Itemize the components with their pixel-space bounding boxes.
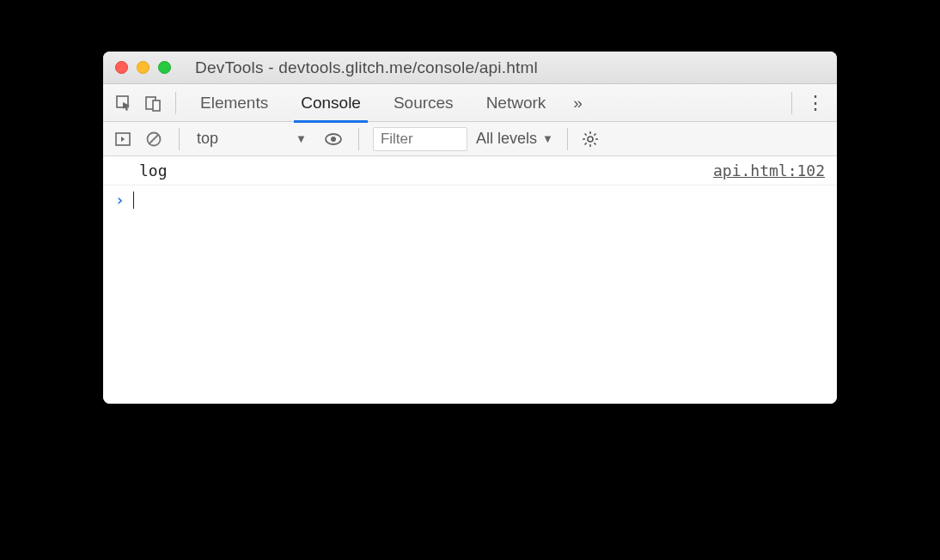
tabbar-divider: [791, 92, 792, 114]
toolbar-divider: [179, 128, 180, 150]
devtools-window: DevTools - devtools.glitch.me/console/ap…: [103, 52, 837, 404]
svg-line-5: [150, 135, 158, 143]
dropdown-triangle-icon: ▼: [542, 132, 553, 145]
console-prompt[interactable]: ›: [103, 186, 837, 214]
tab-console[interactable]: Console: [287, 84, 375, 122]
window-controls: [115, 61, 171, 74]
tab-sources[interactable]: Sources: [380, 84, 467, 122]
device-toolbar-icon[interactable]: [141, 91, 165, 115]
context-selector[interactable]: top ▼: [193, 130, 314, 148]
minimize-window-button[interactable]: [137, 61, 150, 74]
tab-label: Elements: [200, 94, 268, 113]
tab-label: Network: [486, 94, 546, 113]
close-window-button[interactable]: [115, 61, 128, 74]
svg-line-13: [584, 133, 586, 135]
toolbar-divider: [358, 128, 359, 150]
dropdown-triangle-icon: ▼: [296, 132, 307, 145]
console-output: log api.html:102 ›: [103, 156, 837, 404]
svg-line-14: [594, 143, 595, 144]
tab-label: Sources: [394, 94, 454, 113]
context-label: top: [197, 130, 218, 148]
live-expression-icon[interactable]: [322, 128, 345, 150]
log-message: log: [139, 161, 168, 180]
panel-tabbar: Elements Console Sources Network » ⋮: [103, 84, 837, 122]
chevron-right-icon: »: [573, 94, 583, 112]
zoom-window-button[interactable]: [158, 61, 171, 74]
svg-point-7: [331, 137, 336, 142]
filter-input[interactable]: [373, 127, 467, 151]
window-title: DevTools - devtools.glitch.me/console/ap…: [180, 58, 825, 77]
svg-point-8: [588, 137, 593, 142]
tab-network[interactable]: Network: [473, 84, 560, 122]
svg-line-15: [584, 143, 586, 144]
toggle-sidebar-icon[interactable]: [112, 128, 134, 150]
console-settings-icon[interactable]: [582, 131, 606, 148]
prompt-chevron-icon: ›: [115, 191, 125, 209]
console-log-entry: log api.html:102: [103, 156, 837, 186]
console-toolbar: top ▼ All levels ▼: [103, 122, 837, 156]
svg-rect-2: [153, 100, 160, 111]
inspect-element-icon[interactable]: [112, 91, 136, 115]
titlebar: DevTools - devtools.glitch.me/console/ap…: [103, 52, 837, 84]
text-cursor: [133, 192, 134, 209]
log-source-link[interactable]: api.html:102: [713, 161, 825, 180]
toolbar-divider: [567, 128, 568, 150]
clear-console-icon[interactable]: [143, 128, 165, 150]
tab-elements[interactable]: Elements: [186, 84, 282, 122]
levels-label: All levels: [476, 130, 537, 148]
menu-kebab-icon[interactable]: ⋮: [803, 92, 828, 114]
tab-label: Console: [301, 94, 361, 113]
svg-line-16: [594, 133, 595, 135]
log-levels-selector[interactable]: All levels ▼: [476, 130, 553, 148]
tabbar-divider: [175, 92, 176, 114]
more-tabs-button[interactable]: »: [565, 94, 591, 113]
